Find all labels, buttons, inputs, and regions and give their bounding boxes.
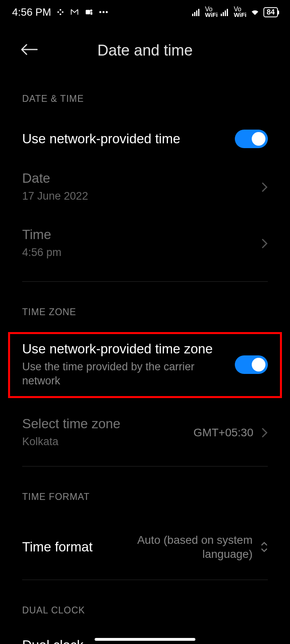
vowifi-icon-2: VoWiFi xyxy=(234,6,246,17)
date-title: Date xyxy=(22,171,253,186)
date-row[interactable]: Date 17 June 2022 xyxy=(22,159,268,215)
status-bar: 4:56 PM VoWiFi VoWiFi 84 xyxy=(0,0,290,24)
app-header: Date and time xyxy=(0,32,290,68)
time-format-row[interactable]: Time format Auto (based on system langua… xyxy=(22,517,268,577)
dual-clock-row[interactable]: Dual clock Show Dual clock when current … xyxy=(22,630,268,644)
svg-rect-0 xyxy=(57,11,59,13)
svg-point-7 xyxy=(99,11,101,13)
signal-icon-2 xyxy=(221,8,230,16)
chevron-right-icon xyxy=(261,427,268,438)
chevron-updown-icon xyxy=(261,541,268,553)
svg-rect-13 xyxy=(198,9,199,16)
status-time: 4:56 PM xyxy=(12,6,51,19)
time-row[interactable]: Time 4:56 pm xyxy=(22,215,268,272)
chevron-right-icon xyxy=(261,238,268,249)
status-right: VoWiFi VoWiFi 84 xyxy=(192,6,278,17)
battery-icon: 84 xyxy=(263,7,278,17)
back-button[interactable] xyxy=(20,43,38,58)
svg-rect-17 xyxy=(227,9,228,16)
time-title: Time xyxy=(22,227,253,242)
page-title: Date and time xyxy=(20,42,270,59)
network-timezone-title: Use network-provided time zone xyxy=(22,341,227,357)
svg-rect-6 xyxy=(90,12,92,14)
svg-rect-14 xyxy=(221,14,222,16)
more-icon xyxy=(99,10,108,14)
svg-rect-10 xyxy=(192,14,193,16)
divider xyxy=(22,281,268,282)
select-timezone-title: Select time zone xyxy=(22,416,185,431)
network-time-title: Use network-provided time xyxy=(22,131,227,147)
time-value: 4:56 pm xyxy=(22,246,253,260)
highlight-box: Use network-provided time zone Use the t… xyxy=(8,332,282,398)
section-header-dual-clock: DUAL CLOCK xyxy=(22,605,268,616)
date-value: 17 June 2022 xyxy=(22,189,253,203)
network-time-toggle[interactable] xyxy=(235,130,268,148)
svg-rect-1 xyxy=(60,9,61,11)
svg-rect-12 xyxy=(196,10,197,16)
vowifi-icon: VoWiFi xyxy=(205,6,218,17)
select-timezone-row[interactable]: Select time zone Kolkata GMT+05:30 xyxy=(22,401,268,464)
network-timezone-toggle[interactable] xyxy=(235,355,268,374)
gmail-icon xyxy=(70,8,79,17)
svg-rect-3 xyxy=(60,14,61,15)
network-time-row[interactable]: Use network-provided time xyxy=(22,119,268,159)
teams-icon xyxy=(84,8,94,17)
svg-point-8 xyxy=(102,11,104,13)
section-header-date-time: DATE & TIME xyxy=(22,93,268,104)
select-timezone-subtitle: Kolkata xyxy=(22,435,185,449)
svg-rect-4 xyxy=(86,10,90,14)
svg-rect-11 xyxy=(194,12,195,16)
divider xyxy=(22,580,268,580)
chevron-right-icon xyxy=(261,182,268,192)
svg-rect-16 xyxy=(225,10,226,16)
wifi-icon xyxy=(250,8,260,17)
network-timezone-subtitle: Use the time provided by the carrier net… xyxy=(22,360,227,388)
timezone-value: GMT+05:30 xyxy=(193,425,253,440)
slack-icon xyxy=(56,8,65,17)
svg-rect-15 xyxy=(223,12,224,16)
nav-indicator[interactable] xyxy=(95,638,195,641)
network-timezone-row[interactable]: Use network-provided time zone Use the t… xyxy=(22,334,268,396)
section-header-time-format: TIME FORMAT xyxy=(22,491,268,502)
status-left: 4:56 PM xyxy=(12,6,108,19)
svg-point-9 xyxy=(106,11,108,13)
section-header-time-zone: TIME ZONE xyxy=(22,307,268,318)
signal-icon xyxy=(192,8,202,16)
svg-rect-2 xyxy=(62,11,63,13)
svg-point-5 xyxy=(90,10,93,12)
divider xyxy=(22,466,268,466)
time-format-value: Auto (based on system language) xyxy=(132,533,253,561)
time-format-title: Time format xyxy=(22,539,124,555)
